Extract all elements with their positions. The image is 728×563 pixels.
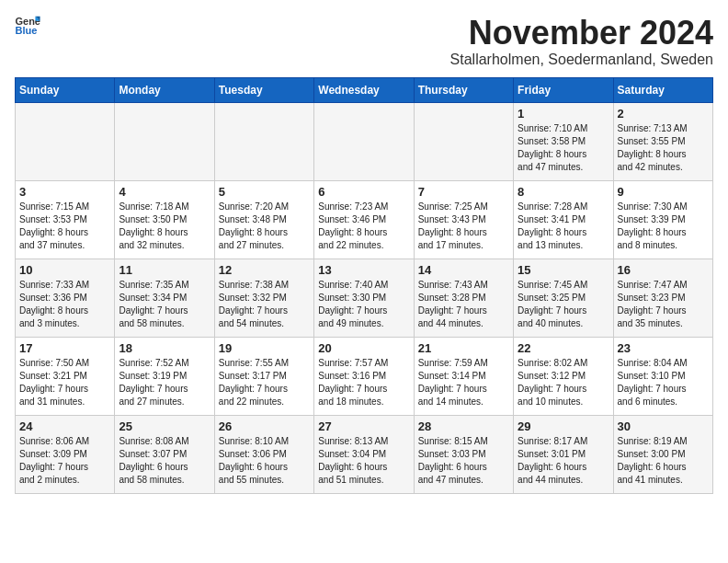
day-cell: 3Sunrise: 7:15 AM Sunset: 3:53 PM Daylig… [16,180,115,259]
day-cell: 9Sunrise: 7:30 AM Sunset: 3:39 PM Daylig… [613,180,712,259]
header: General Blue November 2024 Stallarholmen… [15,15,713,68]
calendar-body: 1Sunrise: 7:10 AM Sunset: 3:58 PM Daylig… [16,102,713,493]
day-number: 2 [618,107,709,121]
day-info: Sunrise: 7:23 AM Sunset: 3:46 PM Dayligh… [318,201,409,252]
day-cell: 6Sunrise: 7:23 AM Sunset: 3:46 PM Daylig… [314,180,414,259]
day-number: 8 [518,185,609,199]
day-info: Sunrise: 8:17 AM Sunset: 3:01 PM Dayligh… [518,435,609,487]
header-cell-tuesday: Tuesday [214,77,313,102]
day-number: 17 [19,341,110,355]
day-number: 4 [119,185,210,199]
day-info: Sunrise: 8:15 AM Sunset: 3:03 PM Dayligh… [418,435,509,487]
day-info: Sunrise: 7:33 AM Sunset: 3:36 PM Dayligh… [19,279,110,330]
day-number: 19 [219,341,310,355]
header-cell-friday: Friday [514,77,613,102]
calendar-table: SundayMondayTuesdayWednesdayThursdayFrid… [15,77,713,494]
day-info: Sunrise: 7:35 AM Sunset: 3:34 PM Dayligh… [119,279,210,330]
day-number: 6 [318,185,409,199]
day-info: Sunrise: 7:40 AM Sunset: 3:30 PM Dayligh… [318,279,409,330]
day-info: Sunrise: 7:45 AM Sunset: 3:25 PM Dayligh… [518,279,609,330]
day-cell: 19Sunrise: 7:55 AM Sunset: 3:17 PM Dayli… [214,337,313,415]
day-cell: 2Sunrise: 7:13 AM Sunset: 3:55 PM Daylig… [613,102,712,180]
day-number: 14 [418,263,509,277]
header-cell-wednesday: Wednesday [314,77,414,102]
month-title: November 2024 [450,15,713,52]
day-number: 29 [518,419,609,433]
day-cell: 17Sunrise: 7:50 AM Sunset: 3:21 PM Dayli… [16,337,115,415]
day-number: 1 [518,107,609,121]
day-number: 3 [19,185,110,199]
week-row-3: 10Sunrise: 7:33 AM Sunset: 3:36 PM Dayli… [16,259,713,337]
day-info: Sunrise: 7:10 AM Sunset: 3:58 PM Dayligh… [518,122,609,174]
day-cell: 1Sunrise: 7:10 AM Sunset: 3:58 PM Daylig… [514,102,613,180]
day-number: 18 [119,341,210,355]
header-cell-thursday: Thursday [414,77,513,102]
day-number: 11 [119,263,210,277]
day-cell: 13Sunrise: 7:40 AM Sunset: 3:30 PM Dayli… [314,259,414,337]
day-info: Sunrise: 7:15 AM Sunset: 3:53 PM Dayligh… [19,201,110,252]
day-info: Sunrise: 7:43 AM Sunset: 3:28 PM Dayligh… [418,279,509,330]
day-number: 27 [318,419,409,433]
day-cell: 10Sunrise: 7:33 AM Sunset: 3:36 PM Dayli… [16,259,115,337]
day-info: Sunrise: 7:52 AM Sunset: 3:19 PM Dayligh… [119,357,210,408]
day-number: 23 [618,341,709,355]
day-number: 10 [19,263,110,277]
day-number: 21 [418,341,509,355]
day-info: Sunrise: 7:30 AM Sunset: 3:39 PM Dayligh… [618,201,709,252]
day-cell: 14Sunrise: 7:43 AM Sunset: 3:28 PM Dayli… [414,259,513,337]
day-cell: 30Sunrise: 8:19 AM Sunset: 3:00 PM Dayli… [613,415,712,493]
day-number: 26 [219,419,310,433]
day-number: 5 [219,185,310,199]
day-number: 16 [618,263,709,277]
day-number: 15 [518,263,609,277]
day-number: 28 [418,419,509,433]
day-cell: 29Sunrise: 8:17 AM Sunset: 3:01 PM Dayli… [514,415,613,493]
day-info: Sunrise: 8:19 AM Sunset: 3:00 PM Dayligh… [618,435,709,487]
day-cell: 5Sunrise: 7:20 AM Sunset: 3:48 PM Daylig… [214,180,313,259]
svg-text:Blue: Blue [15,25,37,35]
day-info: Sunrise: 7:13 AM Sunset: 3:55 PM Dayligh… [618,122,709,174]
day-cell: 8Sunrise: 7:28 AM Sunset: 3:41 PM Daylig… [514,180,613,259]
day-number: 30 [618,419,709,433]
day-number: 12 [219,263,310,277]
day-info: Sunrise: 7:50 AM Sunset: 3:21 PM Dayligh… [19,357,110,408]
day-cell: 16Sunrise: 7:47 AM Sunset: 3:23 PM Dayli… [613,259,712,337]
day-info: Sunrise: 8:08 AM Sunset: 3:07 PM Dayligh… [119,435,210,487]
day-number: 13 [318,263,409,277]
day-cell: 18Sunrise: 7:52 AM Sunset: 3:19 PM Dayli… [115,337,214,415]
week-row-5: 24Sunrise: 8:06 AM Sunset: 3:09 PM Dayli… [16,415,713,493]
day-info: Sunrise: 8:13 AM Sunset: 3:04 PM Dayligh… [318,435,409,487]
day-number: 7 [418,185,509,199]
day-info: Sunrise: 7:25 AM Sunset: 3:43 PM Dayligh… [418,201,509,252]
day-info: Sunrise: 8:02 AM Sunset: 3:12 PM Dayligh… [518,357,609,408]
day-cell: 11Sunrise: 7:35 AM Sunset: 3:34 PM Dayli… [115,259,214,337]
day-info: Sunrise: 8:06 AM Sunset: 3:09 PM Dayligh… [19,435,110,487]
day-info: Sunrise: 7:57 AM Sunset: 3:16 PM Dayligh… [318,357,409,408]
day-number: 22 [518,341,609,355]
header-cell-monday: Monday [115,77,214,102]
day-number: 20 [318,341,409,355]
day-cell: 15Sunrise: 7:45 AM Sunset: 3:25 PM Dayli… [514,259,613,337]
day-info: Sunrise: 7:59 AM Sunset: 3:14 PM Dayligh… [418,357,509,408]
day-info: Sunrise: 8:10 AM Sunset: 3:06 PM Dayligh… [219,435,310,487]
day-cell: 4Sunrise: 7:18 AM Sunset: 3:50 PM Daylig… [115,180,214,259]
day-info: Sunrise: 8:04 AM Sunset: 3:10 PM Dayligh… [618,357,709,408]
day-cell: 12Sunrise: 7:38 AM Sunset: 3:32 PM Dayli… [214,259,313,337]
day-cell: 25Sunrise: 8:08 AM Sunset: 3:07 PM Dayli… [115,415,214,493]
day-cell [16,102,115,180]
day-info: Sunrise: 7:18 AM Sunset: 3:50 PM Dayligh… [119,201,210,252]
day-cell: 27Sunrise: 8:13 AM Sunset: 3:04 PM Dayli… [314,415,414,493]
day-number: 9 [618,185,709,199]
day-info: Sunrise: 7:55 AM Sunset: 3:17 PM Dayligh… [219,357,310,408]
header-cell-saturday: Saturday [613,77,712,102]
day-info: Sunrise: 7:28 AM Sunset: 3:41 PM Dayligh… [518,201,609,252]
day-info: Sunrise: 7:20 AM Sunset: 3:48 PM Dayligh… [219,201,310,252]
day-info: Sunrise: 7:38 AM Sunset: 3:32 PM Dayligh… [219,279,310,330]
day-number: 24 [19,419,110,433]
general-blue-icon: General Blue [15,15,40,35]
calendar-header-row: SundayMondayTuesdayWednesdayThursdayFrid… [16,77,713,102]
day-cell: 26Sunrise: 8:10 AM Sunset: 3:06 PM Dayli… [214,415,313,493]
day-cell [414,102,513,180]
day-cell: 20Sunrise: 7:57 AM Sunset: 3:16 PM Dayli… [314,337,414,415]
logo: General Blue [15,15,40,35]
